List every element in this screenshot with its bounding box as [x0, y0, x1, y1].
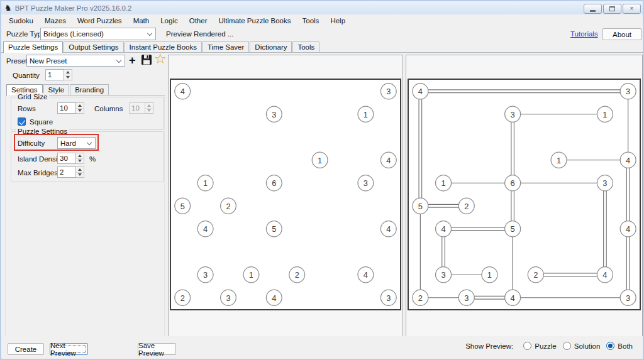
- svg-text:2: 2: [464, 202, 469, 211]
- menu-item-ultimate-puzzle-books[interactable]: Ultimate Puzzle Books: [213, 15, 296, 26]
- radio-both[interactable]: [606, 342, 614, 350]
- radio-solution[interactable]: [563, 342, 571, 350]
- menu-item-tools[interactable]: Tools: [297, 15, 325, 26]
- save-preview-button[interactable]: Save Preview: [138, 343, 176, 355]
- solution-preview: 4331141635245431242343: [408, 79, 641, 310]
- menu-item-sudoku[interactable]: Sudoku: [3, 15, 39, 26]
- spinner-up-icon[interactable]: [76, 103, 84, 109]
- svg-text:4: 4: [441, 224, 445, 234]
- minimize-icon: [590, 10, 596, 12]
- svg-text:3: 3: [626, 293, 630, 303]
- about-button[interactable]: About: [602, 28, 641, 40]
- show-preview-option-both[interactable]: Both: [606, 342, 633, 350]
- status-text: Preview Rendered ...: [166, 30, 233, 38]
- square-label: Square: [30, 118, 53, 126]
- puzzle-settings-title: Puzzle Settings: [16, 128, 69, 135]
- svg-text:4: 4: [511, 293, 515, 303]
- show-preview-option-solution[interactable]: Solution: [563, 342, 601, 350]
- columns-label: Columns: [94, 105, 123, 112]
- spinner-up-icon[interactable]: [76, 153, 84, 159]
- radio-puzzle[interactable]: [523, 342, 531, 350]
- tab-time-saver[interactable]: Time Saver: [203, 41, 249, 52]
- svg-text:1: 1: [602, 110, 607, 119]
- rows-spinner[interactable]: [76, 102, 84, 114]
- spinner-down-icon[interactable]: [76, 173, 84, 178]
- window-controls: ×: [584, 4, 641, 14]
- tab-puzzle-settings[interactable]: Puzzle Settings: [3, 41, 63, 53]
- tutorials-link[interactable]: Tutorials: [570, 30, 598, 38]
- quantity-spinner[interactable]: [64, 69, 72, 80]
- close-button[interactable]: ×: [623, 4, 641, 14]
- puzzle-type-select[interactable]: Bridges (Licensed): [40, 28, 156, 40]
- menu-item-mazes[interactable]: Mazes: [39, 15, 72, 26]
- tab-tools[interactable]: Tools: [292, 41, 319, 52]
- solution-preview-svg: 4331141635245431242343: [409, 80, 640, 309]
- svg-text:4: 4: [386, 224, 391, 234]
- show-preview-label: Show Preview:: [465, 342, 513, 350]
- rows-label: Rows: [18, 105, 36, 112]
- next-preview-button[interactable]: Next Preview: [50, 343, 88, 355]
- tab-output-settings[interactable]: Output Settings: [64, 41, 123, 52]
- menu-item-other[interactable]: Other: [184, 15, 213, 26]
- max-bridges-spinner[interactable]: [76, 166, 84, 178]
- spinner-down-icon[interactable]: [76, 109, 84, 114]
- difficulty-select[interactable]: Hard: [57, 137, 96, 149]
- menu-item-help[interactable]: Help: [325, 15, 351, 26]
- columns-stepper: [129, 102, 153, 114]
- island-density-spinner[interactable]: [76, 153, 84, 164]
- quantity-stepper[interactable]: [45, 69, 72, 80]
- svg-text:4: 4: [272, 293, 276, 303]
- minimize-button[interactable]: [584, 4, 602, 14]
- svg-text:3: 3: [226, 293, 230, 303]
- title-bar: ♞ BPT Puzzle Maker Pro v2025.16.0.2 ×: [1, 1, 643, 14]
- preset-select[interactable]: New Preset: [26, 55, 125, 67]
- max-bridges-stepper[interactable]: [57, 166, 84, 178]
- square-checkbox[interactable]: [18, 117, 26, 126]
- subtab-branding[interactable]: Branding: [70, 84, 109, 95]
- quantity-input[interactable]: [45, 69, 64, 80]
- show-preview-options: PuzzleSolutionBoth: [517, 342, 633, 350]
- svg-text:3: 3: [386, 87, 391, 96]
- svg-text:3: 3: [602, 178, 607, 188]
- svg-text:5: 5: [511, 224, 515, 234]
- toolbar: Puzzle Type Bridges (Licensed) Preview R…: [1, 27, 643, 41]
- svg-text:5: 5: [418, 202, 423, 211]
- puzzle-type-value: Bridges (Licensed): [43, 30, 104, 38]
- menu-item-logic[interactable]: Logic: [155, 15, 184, 26]
- save-preset-icon[interactable]: [141, 54, 152, 65]
- radio-label-both: Both: [618, 342, 633, 350]
- svg-text:1: 1: [203, 178, 208, 188]
- svg-text:3: 3: [272, 110, 276, 119]
- menu-item-word-puzzles[interactable]: Word Puzzles: [72, 15, 128, 26]
- svg-text:4: 4: [418, 87, 423, 96]
- svg-text:3: 3: [464, 293, 469, 303]
- svg-text:2: 2: [295, 270, 299, 280]
- rows-stepper[interactable]: [57, 102, 84, 114]
- svg-text:4: 4: [626, 156, 630, 165]
- favorite-preset-icon[interactable]: ☆: [154, 53, 167, 65]
- spinner-up-icon[interactable]: [64, 70, 72, 75]
- maximize-button[interactable]: [603, 4, 621, 14]
- menu-item-math[interactable]: Math: [128, 15, 155, 26]
- show-preview-option-puzzle[interactable]: Puzzle: [523, 342, 557, 350]
- rows-input[interactable]: [57, 102, 76, 114]
- app-icon: ♞: [4, 4, 12, 12]
- max-bridges-input[interactable]: [57, 166, 76, 178]
- svg-text:4: 4: [180, 87, 185, 96]
- spinner-down-icon[interactable]: [64, 75, 72, 80]
- svg-text:4: 4: [626, 224, 630, 234]
- svg-text:6: 6: [272, 178, 276, 188]
- tab-dictionary[interactable]: Dictionary: [250, 41, 292, 52]
- island-density-stepper[interactable]: [57, 153, 84, 164]
- island-density-input[interactable]: [57, 153, 76, 164]
- spinner-up-icon[interactable]: [76, 167, 84, 173]
- add-preset-icon[interactable]: +: [129, 55, 136, 66]
- svg-text:3: 3: [441, 270, 445, 280]
- spinner-down-icon[interactable]: [76, 159, 84, 164]
- svg-text:4: 4: [386, 156, 391, 165]
- create-button[interactable]: Create: [8, 343, 44, 355]
- svg-text:1: 1: [364, 110, 368, 119]
- radio-label-solution: Solution: [574, 342, 601, 350]
- quantity-label: Quantity: [13, 72, 40, 79]
- svg-text:3: 3: [364, 178, 368, 188]
